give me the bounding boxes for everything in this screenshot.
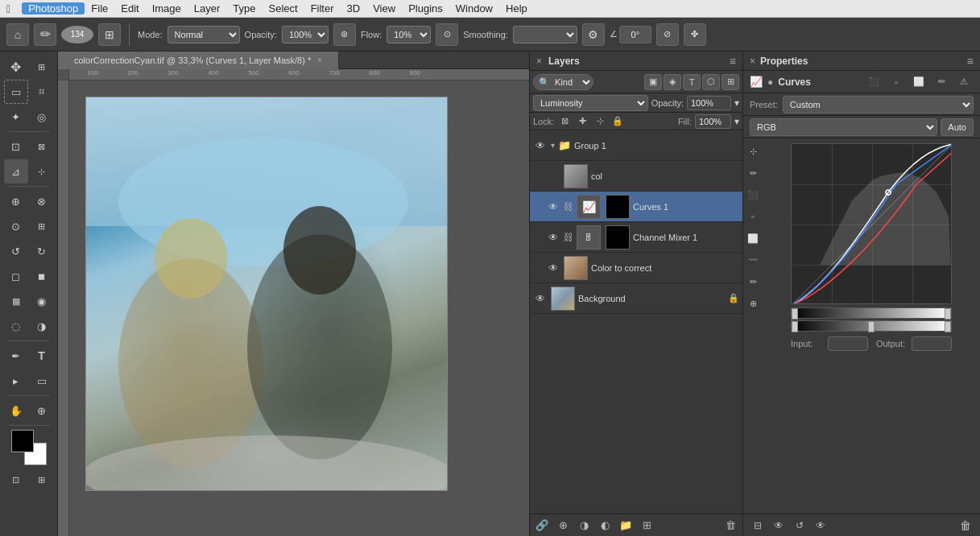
opacity-input[interactable] xyxy=(687,96,731,110)
curves-point-tool-btn[interactable]: ⊹ xyxy=(743,142,763,161)
view-previous-btn[interactable]: 👁 xyxy=(769,516,788,535)
lasso-tool-btn[interactable]: ⌗ xyxy=(30,80,54,104)
toggle-visibility-btn[interactable]: 👁 xyxy=(811,516,830,535)
symmetry-btn[interactable]: ✤ xyxy=(684,23,706,46)
delete-adjustment-btn[interactable]: 🗑 xyxy=(956,516,975,535)
brush-size-indicator[interactable]: 134 xyxy=(61,26,93,43)
shape-layer-filter-btn[interactable]: ⬡ xyxy=(702,74,720,90)
add-style-btn[interactable]: ⊕ xyxy=(554,517,572,534)
menu-photoshop[interactable]: Photoshop xyxy=(22,2,85,14)
link-layers-btn[interactable]: 🔗 xyxy=(533,517,551,534)
layer-item[interactable]: col xyxy=(530,161,742,192)
layer-chain-icon[interactable]: ⛓ xyxy=(564,232,573,243)
blend-mode-select[interactable]: Luminosity xyxy=(533,95,648,111)
clone-stamp-btn[interactable]: ⊙ xyxy=(4,214,28,238)
sample-color-btn[interactable]: ✏ xyxy=(932,72,951,92)
path-selection-btn[interactable]: ▸ xyxy=(4,369,28,393)
artboard-tool-btn[interactable]: ⊞ xyxy=(30,55,54,79)
hand-tool-btn[interactable]: ✋ xyxy=(4,398,28,423)
zoom-tool-btn[interactable]: ⊕ xyxy=(30,398,54,423)
patch-tool-btn[interactable]: ⊗ xyxy=(30,189,54,213)
fill-input[interactable] xyxy=(695,114,731,129)
menu-layer[interactable]: Layer xyxy=(188,2,227,14)
layer-item[interactable]: 👁 Color to correct xyxy=(530,253,742,283)
curves-pencil-tool-btn[interactable]: ✏ xyxy=(743,163,763,183)
layer-visibility-btn[interactable]: 👁 xyxy=(546,230,560,245)
airbrush-btn[interactable]: ⊛ xyxy=(333,23,356,46)
screen-mode-btn[interactable]: ⊞ xyxy=(30,468,54,492)
pixel-layer-filter-btn[interactable]: ▣ xyxy=(644,74,662,90)
preset-select[interactable]: Custom xyxy=(783,96,974,113)
healing-brush-btn[interactable]: ⊕ xyxy=(4,189,28,213)
eyedrop-dark-btn[interactable]: ⬛ xyxy=(743,185,763,204)
properties-menu-btn[interactable]: ≡ xyxy=(967,55,974,68)
adjust-layer-filter-btn[interactable]: ◈ xyxy=(664,74,681,90)
mode-select[interactable]: Normal xyxy=(167,26,240,43)
eyedrop-highlights-btn[interactable]: ⬜ xyxy=(909,72,928,92)
new-adjustment-btn[interactable]: ◐ xyxy=(596,517,614,534)
blur-tool-btn[interactable]: ◌ xyxy=(4,314,28,338)
crop-tool-btn[interactable]: ⊡ xyxy=(4,134,28,159)
pen-tool-btn[interactable]: ✒ xyxy=(4,344,28,368)
ruler-tool-btn[interactable]: ⊹ xyxy=(30,159,54,183)
home-icon-btn[interactable]: ⌂ xyxy=(6,23,29,46)
marquee-tool-btn[interactable]: ▭ xyxy=(4,80,28,104)
tab-close-btn[interactable]: × xyxy=(317,56,322,64)
new-group-btn[interactable]: 📁 xyxy=(617,517,635,534)
layer-item[interactable]: 👁 Background 🔒 xyxy=(530,283,742,314)
flow-select[interactable]: 10% xyxy=(387,26,431,43)
curves-graph[interactable] xyxy=(791,143,952,304)
input-gradient-slider[interactable] xyxy=(791,320,952,332)
eyedrop-grey-btn[interactable]: ▫ xyxy=(743,207,763,226)
input-black-handle[interactable] xyxy=(792,321,798,332)
apple-logo-icon[interactable]:  xyxy=(6,2,10,15)
brush-tool-btn[interactable]: ✏ xyxy=(34,23,56,46)
menu-filter[interactable]: Filter xyxy=(304,2,341,14)
properties-close-btn[interactable]: × xyxy=(750,56,755,67)
pattern-stamp-btn[interactable]: ⊞ xyxy=(30,214,54,238)
history-brush-btn[interactable]: ↺ xyxy=(4,239,28,263)
clip-mask-btn[interactable]: ⊟ xyxy=(748,516,767,535)
layers-menu-btn[interactable]: ≡ xyxy=(730,55,736,68)
group-expand-arrow-icon[interactable]: ▾ xyxy=(551,141,555,150)
angle-display[interactable]: 0° xyxy=(619,26,651,43)
layer-visibility-btn[interactable]: 👁 xyxy=(533,291,548,306)
lock-pixels-btn[interactable]: ⊠ xyxy=(557,114,572,129)
menu-image[interactable]: Image xyxy=(146,2,188,14)
menu-edit[interactable]: Edit xyxy=(114,2,145,14)
dodge-tool-btn[interactable]: ◑ xyxy=(30,314,54,338)
delete-layer-btn[interactable]: 🗑 xyxy=(722,517,739,534)
eyedrop-light-btn[interactable]: ⬜ xyxy=(743,229,763,248)
menu-3d[interactable]: 3D xyxy=(341,2,367,14)
quick-mask-btn[interactable]: ⊡ xyxy=(4,468,28,492)
menu-window[interactable]: Window xyxy=(449,2,499,14)
menu-select[interactable]: Select xyxy=(263,2,304,14)
reset-adjustment-btn[interactable]: ↺ xyxy=(790,516,809,535)
smart-obj-filter-btn[interactable]: ⊞ xyxy=(722,74,739,90)
channel-select[interactable]: RGB Red Green Blue xyxy=(750,118,937,136)
reset-curve-btn[interactable]: ⊕ xyxy=(743,294,763,313)
output-black-handle[interactable] xyxy=(792,308,798,320)
menu-type[interactable]: Type xyxy=(226,2,262,14)
shape-tool-btn[interactable]: ▭ xyxy=(30,369,54,393)
eyedrop-midtones-btn[interactable]: ▫ xyxy=(887,72,906,92)
paint-bucket-btn[interactable]: ◉ xyxy=(30,289,54,313)
eyedropper-tool-btn[interactable]: ⊿ xyxy=(4,159,28,183)
background-eraser-btn[interactable]: ◼ xyxy=(30,264,54,288)
layer-item[interactable]: 👁 ▾ 📁 Group 1 xyxy=(530,130,742,161)
layer-chain-icon[interactable]: ⛓ xyxy=(564,201,573,212)
lock-all-btn[interactable]: 🔒 xyxy=(610,114,625,129)
opacity-select[interactable]: 100% xyxy=(282,26,329,43)
layer-visibility-btn[interactable]: 👁 xyxy=(546,200,560,214)
add-mask-btn[interactable]: ◑ xyxy=(575,517,593,534)
document-tab[interactable]: colorCorrectionCyan.tif @ 33,3% (Curves … xyxy=(58,52,339,69)
layer-visibility-btn[interactable]: 👁 xyxy=(546,261,560,275)
type-layer-filter-btn[interactable]: T xyxy=(683,74,701,90)
magic-wand-btn[interactable]: ✦ xyxy=(4,105,28,129)
auto-button[interactable]: Auto xyxy=(941,118,974,136)
menu-help[interactable]: Help xyxy=(499,2,534,14)
input-white-handle[interactable] xyxy=(945,321,951,332)
lock-artboard-btn[interactable]: ⊹ xyxy=(593,114,607,129)
foreground-color-swatch[interactable] xyxy=(11,430,34,452)
input-mid-handle[interactable] xyxy=(868,321,875,332)
